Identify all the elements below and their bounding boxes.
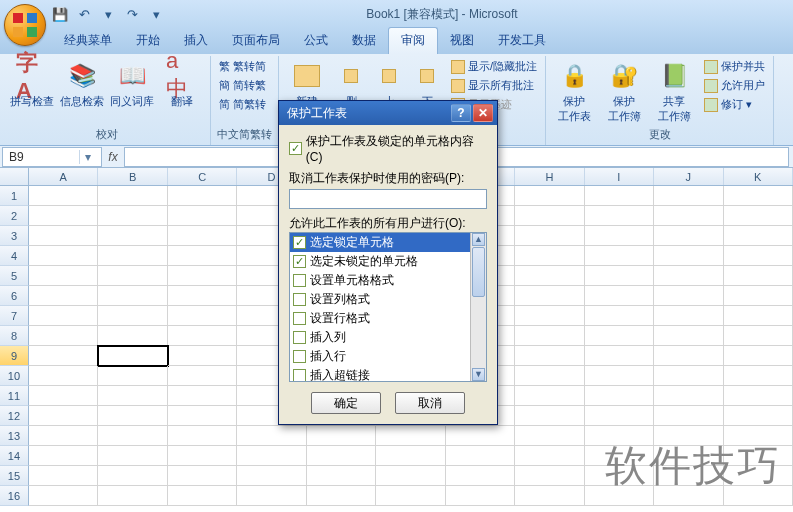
cell[interactable]: [168, 286, 237, 306]
cell[interactable]: [515, 266, 584, 286]
cell[interactable]: [29, 426, 98, 446]
cell[interactable]: [98, 246, 167, 266]
cell[interactable]: [237, 446, 306, 466]
protect-contents-checkbox[interactable]: ✓: [289, 142, 302, 155]
cell[interactable]: [515, 486, 584, 506]
cell[interactable]: [654, 186, 723, 206]
cell[interactable]: [446, 466, 515, 486]
row-header[interactable]: 11: [0, 386, 29, 406]
row-header[interactable]: 7: [0, 306, 29, 326]
cell[interactable]: [515, 206, 584, 226]
cell[interactable]: [585, 406, 654, 426]
row-header[interactable]: 2: [0, 206, 29, 226]
tc2sc-button[interactable]: 簡 简转繁: [217, 77, 268, 94]
column-header[interactable]: A: [29, 168, 98, 185]
cell[interactable]: [585, 246, 654, 266]
cell[interactable]: [98, 266, 167, 286]
cell[interactable]: [29, 386, 98, 406]
cell[interactable]: [724, 326, 793, 346]
office-button[interactable]: [4, 4, 46, 46]
permission-checkbox[interactable]: [293, 350, 306, 363]
cell[interactable]: [168, 246, 237, 266]
cell[interactable]: [376, 466, 445, 486]
scroll-thumb[interactable]: [472, 247, 485, 297]
cell[interactable]: [585, 346, 654, 366]
cell[interactable]: [654, 346, 723, 366]
cell[interactable]: [237, 426, 306, 446]
permission-checkbox[interactable]: [293, 312, 306, 325]
cell[interactable]: [29, 226, 98, 246]
cell[interactable]: [724, 206, 793, 226]
cell[interactable]: [654, 226, 723, 246]
cell[interactable]: [98, 306, 167, 326]
showhide-comment-button[interactable]: 显示/隐藏批注: [449, 58, 539, 75]
cell[interactable]: [29, 466, 98, 486]
permission-item[interactable]: 设置列格式: [290, 290, 486, 309]
cell[interactable]: [654, 486, 723, 506]
cell[interactable]: [654, 326, 723, 346]
cell[interactable]: [654, 386, 723, 406]
cell[interactable]: [724, 386, 793, 406]
cell[interactable]: [515, 246, 584, 266]
cell[interactable]: [515, 406, 584, 426]
cell[interactable]: [724, 346, 793, 366]
cell[interactable]: [515, 386, 584, 406]
permission-checkbox[interactable]: ✓: [293, 255, 306, 268]
ok-button[interactable]: 确定: [311, 392, 381, 414]
cell[interactable]: [29, 326, 98, 346]
cell[interactable]: [654, 426, 723, 446]
cell[interactable]: [515, 306, 584, 326]
row-header[interactable]: 9: [0, 346, 29, 366]
cell[interactable]: [654, 466, 723, 486]
cell[interactable]: [585, 386, 654, 406]
allow-edit-button[interactable]: 允许用户: [702, 77, 767, 94]
cell[interactable]: [724, 446, 793, 466]
cell[interactable]: [585, 186, 654, 206]
name-box[interactable]: B9 ▾: [2, 147, 102, 167]
cell[interactable]: [724, 406, 793, 426]
dialog-titlebar[interactable]: 保护工作表 ? ✕: [279, 101, 497, 125]
row-header[interactable]: 1: [0, 186, 29, 206]
qat-more-icon[interactable]: ▾: [148, 6, 164, 22]
cell[interactable]: [446, 486, 515, 506]
permission-item[interactable]: ✓选定锁定单元格: [290, 233, 486, 252]
cell[interactable]: [724, 466, 793, 486]
cell[interactable]: [724, 426, 793, 446]
save-icon[interactable]: 💾: [52, 6, 68, 22]
cell[interactable]: [585, 226, 654, 246]
cell[interactable]: [307, 466, 376, 486]
cell[interactable]: [168, 306, 237, 326]
cell[interactable]: [724, 246, 793, 266]
cell[interactable]: [515, 326, 584, 346]
cell[interactable]: [307, 446, 376, 466]
scconv-button[interactable]: 简 简繁转: [217, 96, 268, 113]
cell[interactable]: [654, 366, 723, 386]
row-header[interactable]: 15: [0, 466, 29, 486]
redo-icon[interactable]: ↷: [124, 6, 140, 22]
cell[interactable]: [168, 206, 237, 226]
cell[interactable]: [585, 306, 654, 326]
tab-home[interactable]: 开始: [124, 28, 172, 54]
cell[interactable]: [585, 286, 654, 306]
permission-item[interactable]: 插入列: [290, 328, 486, 347]
cell[interactable]: [585, 206, 654, 226]
cell[interactable]: [307, 486, 376, 506]
protect-share-button[interactable]: 保护并共: [702, 58, 767, 75]
cell[interactable]: [515, 346, 584, 366]
cell[interactable]: [98, 366, 167, 386]
cell[interactable]: [98, 426, 167, 446]
column-header[interactable]: I: [585, 168, 654, 185]
sc2tc-button[interactable]: 繁 繁转简: [217, 58, 268, 75]
cell[interactable]: [585, 446, 654, 466]
row-header[interactable]: 8: [0, 326, 29, 346]
column-header[interactable]: J: [654, 168, 723, 185]
cell[interactable]: [29, 486, 98, 506]
tab-data[interactable]: 数据: [340, 28, 388, 54]
permission-checkbox[interactable]: [293, 331, 306, 344]
cell[interactable]: [446, 426, 515, 446]
cell[interactable]: [515, 186, 584, 206]
cell[interactable]: [29, 366, 98, 386]
cell[interactable]: [376, 426, 445, 446]
tab-layout[interactable]: 页面布局: [220, 28, 292, 54]
cell[interactable]: [168, 366, 237, 386]
